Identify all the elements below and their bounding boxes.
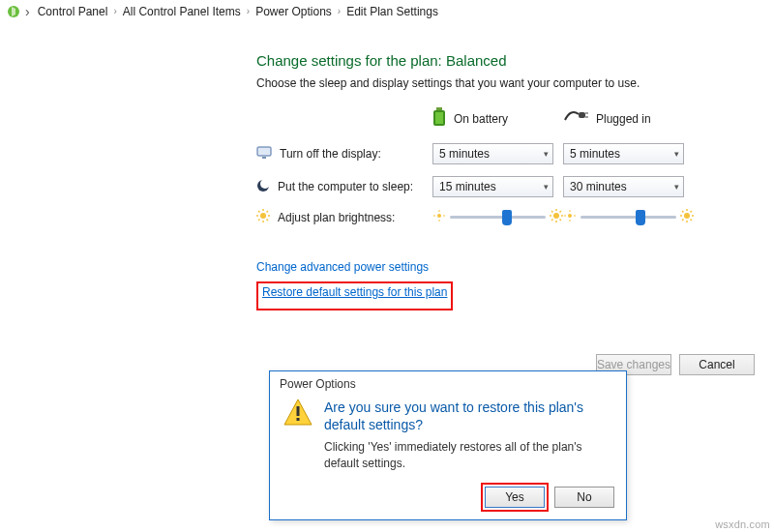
svg-line-32	[551, 220, 553, 222]
chevron-right-icon: ›	[113, 6, 116, 16]
breadcrumb-item[interactable]: Power Options	[255, 5, 332, 18]
brightness-plugged-slider[interactable]	[563, 209, 694, 225]
svg-rect-1	[436, 107, 442, 110]
svg-line-47	[691, 211, 693, 213]
svg-rect-4	[579, 112, 585, 118]
chevron-right-icon[interactable]: ›	[25, 4, 30, 19]
chevron-down-icon: ▾	[674, 182, 679, 192]
battery-icon	[432, 107, 446, 130]
svg-line-33	[560, 211, 562, 213]
sun-bright-icon	[680, 209, 694, 225]
svg-rect-49	[297, 406, 300, 416]
plugged-in-column: Plugged in	[563, 110, 694, 127]
svg-point-10	[260, 179, 270, 189]
chevron-right-icon: ›	[247, 6, 250, 16]
svg-line-16	[258, 211, 260, 213]
svg-point-34	[568, 214, 572, 218]
moon-icon	[256, 179, 270, 195]
svg-line-31	[560, 220, 562, 222]
dialog-question: Are you sure you want to restore this pl…	[324, 399, 612, 433]
sun-icon	[256, 209, 270, 225]
display-off-battery-dropdown[interactable]: 5 minutes▾	[432, 143, 553, 164]
svg-line-19	[267, 211, 269, 213]
row-label-text: Turn off the display:	[280, 147, 381, 161]
page-title: Change settings for the plan: Balanced	[256, 52, 745, 69]
sleep-plugged-dropdown[interactable]: 30 minutes▾	[563, 176, 684, 197]
sun-dim-icon	[432, 209, 446, 225]
svg-rect-8	[262, 157, 266, 159]
sun-bright-icon	[550, 209, 563, 225]
restore-defaults-link[interactable]: Restore default settings for this plan	[262, 285, 447, 299]
chevron-down-icon: ▾	[544, 149, 549, 159]
dialog-title: Power Options	[270, 371, 626, 395]
confirm-restore-dialog: Power Options Are you sure you want to r…	[269, 370, 627, 520]
advanced-power-settings-link[interactable]: Change advanced power settings	[256, 260, 429, 274]
restore-defaults-highlight: Restore default settings for this plan	[256, 281, 453, 310]
chevron-right-icon: ›	[338, 6, 341, 16]
svg-point-20	[437, 214, 441, 218]
svg-point-11	[260, 213, 266, 219]
sleep-row: Put the computer to sleep: 15 minutes▾ 3…	[256, 176, 745, 197]
row-label-text: Put the computer to sleep:	[278, 180, 413, 193]
power-plan-icon	[6, 4, 21, 19]
links-area: Change advanced power settings Restore d…	[0, 237, 774, 310]
chevron-down-icon: ▾	[544, 182, 549, 192]
plug-icon	[563, 110, 588, 127]
display-off-plugged-dropdown[interactable]: 5 minutes▾	[563, 143, 684, 164]
breadcrumb: › Control Panel › All Control Panel Item…	[0, 0, 774, 23]
dialog-no-button[interactable]: No	[554, 487, 614, 508]
row-label-text: Adjust plan brightness:	[278, 211, 395, 224]
column-label: On battery	[454, 112, 508, 126]
svg-line-30	[551, 211, 553, 213]
svg-rect-3	[435, 112, 443, 124]
breadcrumb-item[interactable]: All Control Panel Items	[123, 5, 241, 18]
svg-rect-50	[297, 418, 300, 421]
breadcrumb-item[interactable]: Control Panel	[38, 5, 108, 18]
brightness-battery-slider[interactable]	[432, 209, 563, 225]
svg-line-44	[682, 211, 684, 213]
cancel-button[interactable]: Cancel	[679, 354, 755, 375]
sun-dim-icon	[563, 209, 577, 225]
svg-point-25	[553, 213, 559, 219]
on-battery-column: On battery	[432, 107, 563, 130]
breadcrumb-item[interactable]: Edit Plan Settings	[346, 5, 438, 18]
dialog-yes-button[interactable]: Yes	[485, 487, 545, 508]
warning-icon	[283, 399, 313, 471]
svg-line-46	[682, 220, 684, 222]
brightness-row: Adjust plan brightness:	[256, 209, 745, 225]
turn-off-display-row: Turn off the display: 5 minutes▾ 5 minut…	[256, 143, 745, 164]
page-subtitle: Choose the sleep and display settings th…	[256, 76, 745, 90]
column-label: Plugged in	[596, 112, 651, 126]
svg-rect-7	[257, 147, 271, 156]
sleep-battery-dropdown[interactable]: 15 minutes▾	[432, 176, 553, 197]
svg-line-45	[691, 220, 693, 222]
svg-line-18	[258, 220, 260, 222]
svg-line-17	[267, 220, 269, 222]
column-header-row: On battery Plugged in	[256, 107, 745, 130]
watermark: wsxdn.com	[715, 518, 770, 530]
monitor-icon	[256, 146, 272, 163]
dialog-explanation: Clicking 'Yes' immediately restores all …	[324, 439, 612, 470]
chevron-down-icon: ▾	[674, 149, 679, 159]
svg-point-39	[684, 213, 690, 219]
main-content: Change settings for the plan: Balanced C…	[0, 23, 774, 225]
